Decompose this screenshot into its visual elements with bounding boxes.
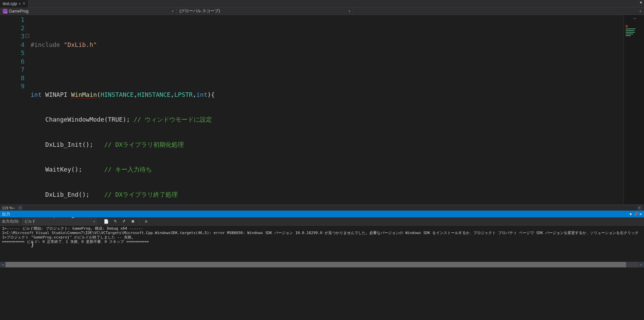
minimap[interactable]: ↔	[624, 15, 644, 205]
code-line: return 0;	[31, 215, 624, 224]
line-number-gutter: 1 2 3 4 5 6 7 8 9	[0, 15, 31, 205]
file-tab-test-cpp[interactable]: test.cpp ✕	[0, 0, 29, 7]
line-number: 6	[0, 57, 24, 66]
project-selector[interactable]: GameProg ▾	[0, 7, 177, 15]
project-name: GameProg	[9, 9, 29, 14]
code-line: ChangeWindowMode(TRUE); // ウィンドウモードに設定	[31, 115, 624, 124]
fold-collapse-icon[interactable]: -	[25, 34, 29, 38]
scroll-thumb[interactable]	[5, 262, 626, 267]
scroll-left-icon[interactable]: ◂	[18, 206, 22, 210]
fold-margin: -	[25, 15, 30, 40]
output-source-combo[interactable]: ビルド	[22, 218, 97, 225]
scroll-track[interactable]	[5, 262, 639, 267]
code-editor[interactable]: 1 2 3 4 5 6 7 8 9 - #include "DxLib.h" i…	[0, 15, 644, 205]
scroll-left-icon[interactable]: ◂	[0, 262, 5, 267]
output-scrollbar[interactable]: ◂ ▸	[0, 262, 644, 268]
output-source-label: 出力元(S):	[2, 219, 19, 224]
code-line: DxLib_End(); // DXライブラリ終了処理	[31, 191, 624, 199]
chevron-down-icon: ▾	[172, 10, 174, 13]
scope-name: (グローバル スコープ)	[179, 8, 220, 14]
code-line: DxLib_Init(); // DXライブラリ初期化処理	[31, 141, 624, 149]
line-number: 3	[0, 32, 24, 41]
line-number: 8	[0, 74, 24, 83]
close-icon[interactable]: ✕	[22, 1, 25, 6]
tab-dropdown-icon[interactable]: ▼	[639, 1, 643, 4]
line-number: 1	[0, 16, 24, 24]
scope-selector[interactable]: (グローバル スコープ) ▾	[177, 7, 353, 15]
scroll-right-icon[interactable]: ▸	[637, 206, 642, 210]
line-number: 7	[0, 66, 24, 74]
chevron-down-icon: ▾	[13, 207, 15, 210]
pin-icon[interactable]	[19, 3, 20, 4]
output-title-label: 出力	[2, 211, 10, 217]
minimap-preview	[626, 25, 642, 37]
code-line: WaitKey(); // キー入力待ち	[31, 165, 624, 174]
line-number: 2	[0, 24, 24, 33]
line-number: 5	[0, 49, 24, 57]
member-selector[interactable]: ▾	[353, 7, 644, 15]
pin-icon[interactable]: 📌	[634, 212, 638, 216]
scroll-right-icon[interactable]: ▸	[639, 262, 644, 267]
line-number: 9	[0, 82, 24, 91]
tab-filename: test.cpp	[3, 1, 17, 6]
code-line	[31, 66, 624, 74]
dropdown-icon[interactable]: ▼	[629, 212, 632, 216]
document-tab-bar: test.cpp ✕ ▼	[0, 0, 644, 7]
line-number: 4	[0, 41, 24, 49]
close-icon[interactable]: ✕	[639, 212, 642, 216]
split-icon[interactable]: ↔	[632, 16, 637, 21]
code-line: }	[31, 241, 624, 249]
code-line: #include "DxLib.h"	[31, 41, 624, 49]
code-line: int WINAPI WinMain(HINSTANCE,HINSTANCE,L…	[31, 91, 624, 99]
navigation-bar: GameProg ▾ (グローバル スコープ) ▾ ▾	[0, 7, 644, 15]
zoom-level[interactable]: 119 %▾	[2, 206, 15, 210]
cpp-project-icon	[3, 9, 7, 14]
code-content[interactable]: - #include "DxLib.h" int WINAPI WinMain(…	[31, 15, 624, 205]
chevron-down-icon: ▾	[640, 10, 641, 13]
chevron-down-icon: ▾	[349, 10, 350, 13]
